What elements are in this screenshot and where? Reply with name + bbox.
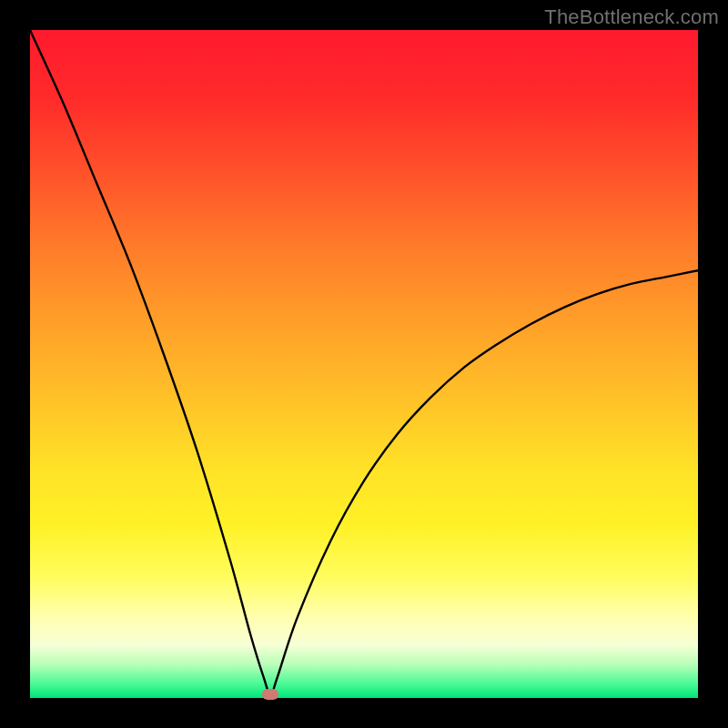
plot-area [30,30,698,698]
bottleneck-curve [30,30,698,698]
curve-path [30,30,698,694]
chart-frame: TheBottleneck.com [0,0,728,728]
watermark-text: TheBottleneck.com [544,5,719,29]
optimal-point-marker [262,689,278,700]
